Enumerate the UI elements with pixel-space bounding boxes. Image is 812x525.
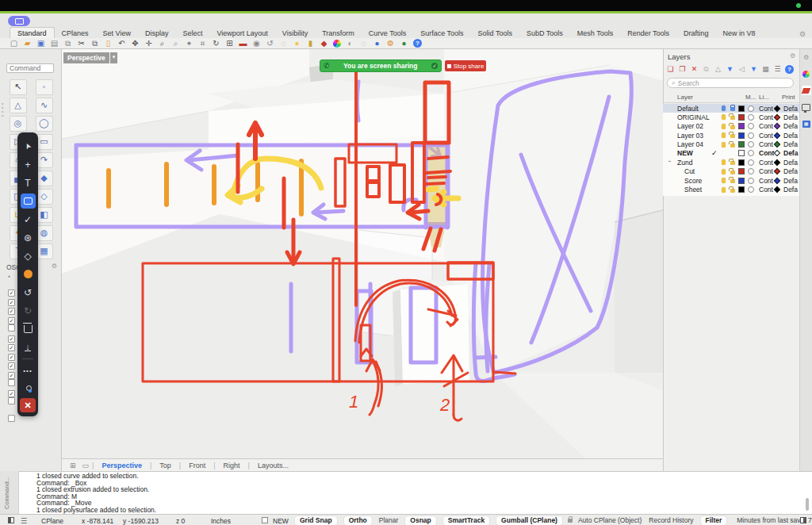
osnap-checkbox-13[interactable] (8, 397, 15, 404)
duplicate-layer-icon[interactable]: ⧉ (702, 65, 710, 74)
new-file-icon[interactable]: ▢ (8, 38, 20, 48)
layer-name[interactable]: Layer 03 (677, 132, 703, 140)
command-history-tab[interactable]: Command... (3, 477, 10, 509)
status-toggle-gumball-cplane[interactable]: Gumball (CPlane) (496, 516, 562, 525)
cplane-label[interactable]: CPlane (41, 517, 63, 525)
visibility-bulb-icon[interactable] (722, 132, 726, 138)
lock-icon[interactable] (730, 134, 735, 138)
table-icon[interactable]: ▦ (761, 65, 770, 74)
circle-tool-icon[interactable]: ◎ (10, 116, 27, 132)
layer-row-cut[interactable]: CutContDefa (663, 167, 799, 176)
text-annotate-icon[interactable]: T (20, 174, 36, 191)
color-swatch[interactable] (24, 270, 33, 278)
linetype-label[interactable]: Cont (759, 149, 774, 157)
ghosted-view-icon[interactable]: ◌ (358, 38, 370, 48)
layer-row-zund[interactable]: ›ZundContDefa (663, 158, 799, 167)
material-gear-icon[interactable]: ⚙ (385, 38, 396, 48)
menu-tab-surface-tools[interactable]: Surface Tools (413, 28, 470, 38)
redo-icon[interactable]: ↻ (20, 302, 36, 319)
zoom-selected-icon[interactable]: ⌖ (183, 38, 195, 48)
lock-icon[interactable] (730, 189, 735, 193)
eraser-icon[interactable]: ◇ (20, 247, 36, 264)
save-file-icon[interactable]: ▣ (35, 38, 47, 48)
polyline-tool-icon[interactable]: △ (10, 98, 27, 113)
save-annotation-icon[interactable]: ↓ (25, 343, 31, 351)
layer-state-icon[interactable]: ◆ (318, 38, 330, 48)
shape-tool-button[interactable] (21, 194, 36, 209)
menu-tab-drafting[interactable]: Drafting (676, 28, 716, 38)
help-tab-icon[interactable]: ▦ (802, 119, 811, 128)
menu-tab-transform[interactable]: Transform (315, 28, 362, 38)
perspective-viewport[interactable]: 1 2 (62, 49, 663, 458)
stamp-icon[interactable]: ⊛ (20, 229, 36, 246)
material-icon[interactable] (748, 141, 754, 148)
print-color-diamond[interactable] (774, 114, 780, 121)
layer-name[interactable]: Layer 02 (677, 122, 703, 130)
layer-name[interactable]: ORIGINAL (677, 113, 710, 121)
lock-icon[interactable] (730, 144, 735, 148)
lock-objects-icon[interactable]: ▮ (304, 38, 316, 48)
print-width-label[interactable]: Defa (783, 122, 798, 130)
linetype-label[interactable]: Cont (759, 105, 773, 113)
layer-color-swatch[interactable] (738, 141, 745, 148)
material-icon[interactable] (748, 132, 754, 139)
material-icon[interactable] (748, 105, 754, 112)
viewport-title[interactable]: Perspective (63, 52, 109, 63)
grid-layout-icon[interactable]: ⊞ (70, 462, 76, 469)
undo-icon[interactable]: ↶ (116, 38, 128, 48)
properties-tab-icon[interactable] (802, 69, 811, 79)
menu-tab-standard[interactable]: Standard (10, 27, 55, 38)
viewport-tab-layouts[interactable]: Layouts... (250, 462, 297, 469)
print-width-label[interactable]: Defa (783, 167, 798, 175)
print-width-label[interactable]: Defa (783, 159, 798, 167)
viewport-tab-right[interactable]: Right (216, 462, 248, 469)
more-icon[interactable]: ••• (20, 362, 36, 379)
rendered-view-icon[interactable]: ● (371, 38, 383, 48)
copy-detail-icon[interactable]: ⧉ (62, 38, 74, 48)
layer-name[interactable]: Cut (684, 167, 695, 175)
column-print[interactable]: Print (782, 94, 795, 101)
layer-search-box[interactable]: ⌕ Search (667, 78, 794, 88)
history-scrollbar[interactable] (806, 498, 809, 511)
panel-gear-icon[interactable]: ⚙ (802, 52, 811, 62)
layer-color-swatch[interactable] (738, 186, 745, 193)
column-material[interactable]: M... (745, 94, 756, 101)
rotate-view-icon[interactable]: ↻ (210, 38, 222, 48)
column-layer[interactable]: Layer (677, 94, 693, 101)
material-icon[interactable] (748, 186, 754, 193)
help-icon[interactable]: ? (785, 65, 794, 74)
menu-tab-new-in-v8[interactable]: New in V8 (716, 28, 763, 38)
linetype-label[interactable]: Cont (759, 140, 773, 148)
menu-tab-display[interactable]: Display (138, 28, 176, 38)
layer-row-original[interactable]: ORIGINALContDefa (663, 113, 799, 121)
menu-tab-set-view[interactable]: Set View (96, 28, 138, 38)
layer-name[interactable]: NEW (677, 149, 693, 157)
visibility-bulb-icon[interactable] (722, 178, 726, 183)
layer-row-score[interactable]: ScoreContDefa (663, 176, 799, 185)
print-color-diamond[interactable] (774, 123, 780, 129)
layer-color-swatch[interactable] (738, 178, 745, 184)
menu-tab-render-tools[interactable]: Render Tools (620, 28, 676, 38)
gear-icon[interactable]: ⚙ (52, 262, 57, 270)
status-toggle-grid-snap[interactable]: Grid Snap (295, 516, 337, 525)
material-icon[interactable] (748, 123, 754, 129)
four-views-icon[interactable]: ⊞ (224, 38, 236, 48)
current-layer-label[interactable]: NEW (273, 517, 289, 525)
earth-icon[interactable]: ● (398, 38, 410, 48)
layer-name[interactable]: Score (684, 177, 702, 185)
visibility-bulb-icon[interactable] (722, 169, 726, 174)
new-sublayer-icon[interactable]: ❐ (678, 65, 687, 74)
layer-row-layer-02[interactable]: Layer 02ContDefa (663, 122, 799, 131)
move-icon[interactable]: ✛ (143, 38, 155, 48)
display-mode-icon[interactable]: ◉ (251, 38, 262, 48)
ellipse-tool-icon[interactable]: ◯ (36, 116, 53, 132)
print-color-diamond[interactable] (774, 150, 780, 156)
zoom-extents-icon[interactable]: ⌗ (197, 38, 209, 48)
menu-tab-select[interactable]: Select (175, 28, 209, 38)
spin-view-icon[interactable]: ↺ (264, 38, 276, 48)
layer-row-default[interactable]: DefaultContDefa (663, 104, 799, 113)
material-icon[interactable] (748, 178, 754, 184)
lock-icon[interactable] (730, 179, 735, 183)
menu-tab-subd-tools[interactable]: SubD Tools (519, 28, 570, 38)
list-icon[interactable]: ☰ (773, 65, 782, 74)
